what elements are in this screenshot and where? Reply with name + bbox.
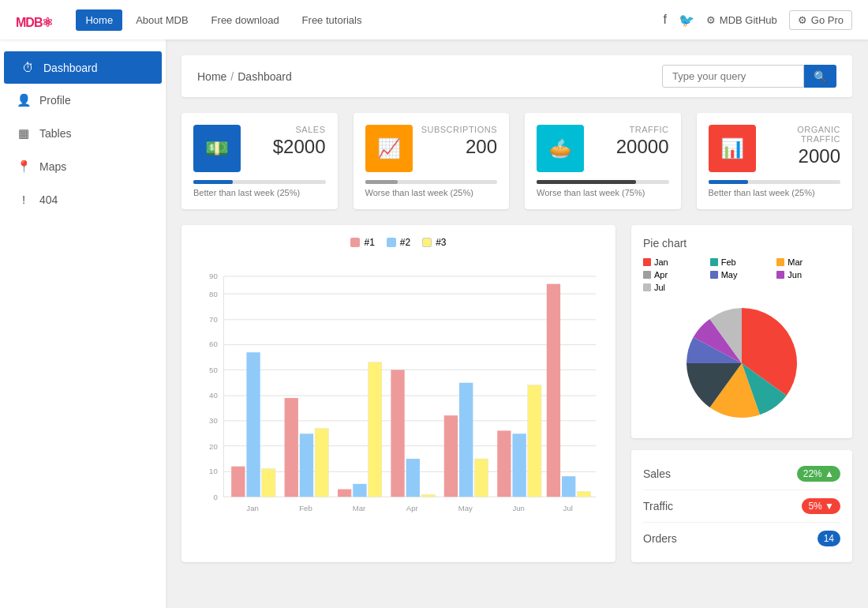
subscriptions-icon: 📈 [365,125,413,172]
sales-value: $2000 [273,136,326,158]
breadcrumb-separator: / [230,70,234,83]
facebook-icon[interactable]: f [663,13,666,27]
logo-icon: ⚛ [42,16,52,29]
pie-legend-jun: Jun [776,270,840,280]
svg-rect-46 [562,476,575,497]
pie-svg [663,300,821,426]
sales-progress-bar [193,180,326,184]
sales-footer: Better than last week (25%) [193,188,326,197]
breadcrumb-home[interactable]: Home [197,70,226,83]
svg-rect-25 [285,398,298,497]
nav-freetutorials[interactable]: Free tutorials [293,9,372,31]
svg-text:Feb: Feb [299,504,312,512]
svg-text:0: 0 [213,493,217,501]
github-icon: ⚙ [706,14,716,26]
mini-stat-orders: Orders 14 [643,523,840,554]
search-input[interactable] [662,65,804,88]
bars-jul: Jul [547,284,591,512]
stat-card-sales: 💵 SALES $2000 Better than last week (25%… [181,113,338,209]
breadcrumb-bar: Home / Dashboard 🔍 [181,55,852,97]
pie-legend: Jan Feb Mar Apr [643,257,840,292]
pie-chart-title: Pie chart [643,237,840,250]
svg-text:10: 10 [209,467,218,475]
traffic-footer: Worse than last week (75%) [537,188,669,197]
bars-may: May [444,383,488,512]
svg-rect-39 [474,459,488,497]
organic-label: ORGANIC TRAFFIC [756,125,841,144]
subscriptions-progress-bar [365,180,498,184]
svg-rect-26 [300,433,313,497]
chart-legend: #1 #2 #3 [193,237,604,248]
svg-rect-27 [315,429,328,497]
gopro-label: Go Pro [811,14,844,26]
logo-text: MDB [16,16,42,29]
right-column: Pie chart Jan Feb Mar [631,225,852,562]
legend-dot-2 [387,238,396,247]
pie-chart-card: Pie chart Jan Feb Mar [631,225,852,438]
svg-rect-21 [231,467,245,497]
sidebar-item-maps[interactable]: 📍 Maps [0,150,166,183]
sidebar-item-404[interactable]: ! 404 [0,183,166,216]
pie-legend-jan: Jan [643,257,707,267]
sidebar-item-profile[interactable]: 👤 Profile [0,84,166,117]
sales-icon: 💵 [193,125,241,172]
traffic-bar-fill [537,180,636,184]
legend-label-3: #3 [436,237,446,248]
svg-rect-43 [528,385,541,497]
legend-label-1: #1 [364,237,374,248]
traffic-icon: 🥧 [537,125,584,172]
svg-text:Apr: Apr [406,504,419,512]
gopro-icon: ⚙ [798,14,807,26]
legend-3: #3 [422,237,446,248]
pie-dot-jun [776,271,784,279]
pie-label-jul: Jul [654,283,665,292]
twitter-icon[interactable]: 🐦 [679,13,694,28]
pie-legend-jul: Jul [643,283,707,292]
sidebar-item-dashboard[interactable]: ⏱ Dashboard [4,51,162,84]
svg-text:May: May [458,504,473,512]
svg-text:Mar: Mar [353,504,366,512]
svg-text:90: 90 [209,272,218,280]
bars-apr: Apr [391,370,435,512]
organic-bar-fill [709,180,748,184]
topnav: MDB⚛ Home About MDB Free download Free t… [0,0,868,39]
gopro-button[interactable]: ⚙ Go Pro [789,10,852,30]
svg-rect-42 [512,433,526,497]
organic-footer: Better than last week (25%) [709,188,841,197]
svg-rect-34 [406,459,420,497]
pie-legend-apr: Apr [643,270,707,280]
exclamation-icon: ! [16,193,32,206]
sidebar-label-maps: Maps [39,160,66,173]
subscriptions-bar-fill [365,180,398,184]
mini-stat-sales-badge: 22% ▲ [797,466,840,482]
pie-label-jan: Jan [654,257,668,267]
bars-feb: Feb [285,398,329,512]
svg-rect-33 [391,370,404,497]
nav-freedownload[interactable]: Free download [202,9,289,31]
sidebar: ⏱ Dashboard 👤 Profile ▦ Tables 📍 Maps ! … [0,39,166,608]
svg-text:40: 40 [209,391,218,400]
sales-label: SALES [273,125,326,134]
search-button[interactable]: 🔍 [804,65,836,88]
mini-stats-card: Sales 22% ▲ Traffic 5% ▼ Orders 14 [631,450,852,562]
sidebar-item-tables[interactable]: ▦ Tables [0,117,166,150]
svg-text:20: 20 [209,442,218,451]
pie-legend-may: May [710,270,774,280]
svg-rect-30 [353,484,366,497]
github-label: MDB GitHub [720,14,777,26]
nav-home[interactable]: Home [76,9,122,31]
nav-right: f 🐦 ⚙ MDB GitHub ⚙ Go Pro [663,10,852,30]
nav-about[interactable]: About MDB [126,9,197,31]
svg-text:Jan: Jan [246,504,259,512]
subscriptions-footer: Worse than last week (25%) [365,188,498,197]
breadcrumb-current: Dashboard [238,70,292,83]
legend-1: #1 [350,237,374,248]
bar-chart-container: 0 10 20 30 40 50 60 70 80 90 [193,256,604,540]
mini-stat-traffic-label: Traffic [643,500,673,512]
mini-stat-sales: Sales 22% ▲ [643,458,840,490]
svg-rect-38 [459,383,473,497]
svg-text:60: 60 [209,340,218,348]
github-link[interactable]: ⚙ MDB GitHub [706,14,777,26]
tables-icon: ▦ [16,126,32,141]
sidebar-label-404: 404 [39,193,58,206]
